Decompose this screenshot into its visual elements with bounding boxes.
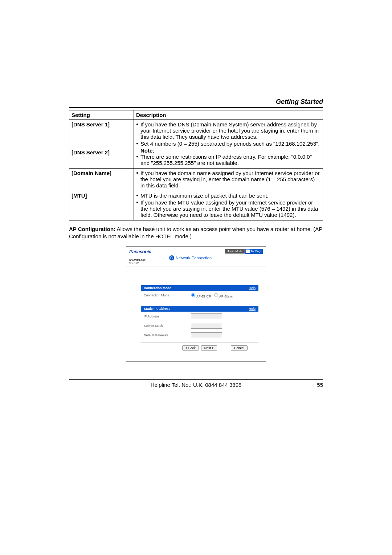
settings-table: Setting Description [DNS Server 1] [DNS … [69, 110, 323, 220]
mtu-label: [MTU] [69, 191, 134, 220]
radio-ap-static[interactable]: AP-Static [214, 295, 233, 298]
page-title: Network Connection [176, 256, 212, 260]
top-page-text: TopPage [250, 250, 262, 253]
dns-desc-1: If you have the DNS (Domain Name System)… [136, 121, 320, 140]
domain-label: [Domain Name] [69, 169, 134, 191]
cell-dns-desc: If you have the DNS (Domain Name System)… [134, 120, 323, 169]
col-header-description: Description [134, 110, 323, 120]
radio-ap-dhcp[interactable]: AP-DHCP [191, 295, 211, 298]
ap-config-bold: AP Configuration: [69, 226, 115, 232]
helpline-text: Helpline Tel. No.: U.K. 0844 844 3898 [87, 382, 305, 388]
mtu-desc-1: MTU is the maximum size of packet that c… [136, 193, 320, 199]
top-page-button[interactable]: + TopPage [245, 249, 263, 254]
panel2-title: Static IP Address [144, 307, 171, 311]
row-gateway-label: Default Gateway [144, 333, 191, 337]
section-title: Getting Started [69, 98, 323, 106]
page-footer: Helpline Tel. No.: U.K. 0844 844 3898 55 [69, 379, 323, 388]
radio-ap-static-input[interactable] [214, 293, 218, 297]
cell-mtu-desc: MTU is the maximum size of packet that c… [134, 191, 323, 220]
subnet-mask-input[interactable] [191, 323, 222, 329]
cancel-button[interactable]: Cancel [231, 345, 248, 351]
default-gateway-input[interactable] [191, 332, 222, 338]
back-button[interactable]: < Back [182, 345, 199, 351]
row-connection-mode-label: Connection Mode [144, 293, 191, 297]
model-label: KX-WPA102 [129, 259, 169, 262]
cell-dns-labels: [DNS Server 1] [DNS Server 2] [69, 120, 134, 169]
note-label: Note: [136, 147, 320, 154]
dns-desc-3: There are some restrictions on IP addres… [136, 154, 320, 166]
divider [69, 107, 323, 108]
connection-mode-field: AP-DHCP AP-Static [191, 293, 256, 298]
brand-logo: Panasonic [129, 249, 169, 254]
config-screenshot: Panasonic KX-WPA102 Ver. 1.00 Network Co… [126, 246, 266, 362]
ap-config-paragraph: AP Configuration: Allows the base unit t… [69, 226, 323, 240]
plus-icon: + [246, 250, 250, 253]
mode-label: Home Mode [225, 249, 245, 254]
panel1-title: Connection Mode [144, 286, 171, 290]
panel-static-ip-header: Static IP Address Help [141, 306, 258, 312]
network-icon [169, 255, 174, 260]
mtu-desc-2: If you have the MTU value assigned by yo… [136, 199, 320, 218]
panel2-help-link[interactable]: Help [249, 307, 256, 311]
radio-ap-static-label: AP-Static [219, 295, 233, 298]
radio-ap-dhcp-input[interactable] [191, 293, 195, 297]
cell-domain-desc: If you have the domain name assigned by … [134, 169, 323, 191]
dns-desc-2: Set 4 numbers (0 – 255) separated by per… [136, 141, 320, 147]
ip-address-input[interactable] [191, 313, 222, 319]
col-header-setting: Setting [69, 110, 134, 120]
dns1-label: [DNS Server 1] [72, 121, 131, 127]
version-label: Ver. 1.00 [129, 262, 169, 264]
panel1-help-link[interactable]: Help [249, 286, 256, 290]
page-number: 55 [305, 382, 323, 388]
dns2-label: [DNS Server 2] [72, 149, 131, 155]
row-subnet-label: Subnet Mask [144, 324, 191, 328]
panel-connection-mode-header: Connection Mode Help [141, 285, 258, 291]
next-button[interactable]: Next > [201, 345, 217, 351]
row-ip-label: IP Address [144, 315, 191, 318]
domain-desc-1: If you have the domain name assigned by … [136, 170, 320, 189]
radio-ap-dhcp-label: AP-DHCP [196, 295, 211, 298]
